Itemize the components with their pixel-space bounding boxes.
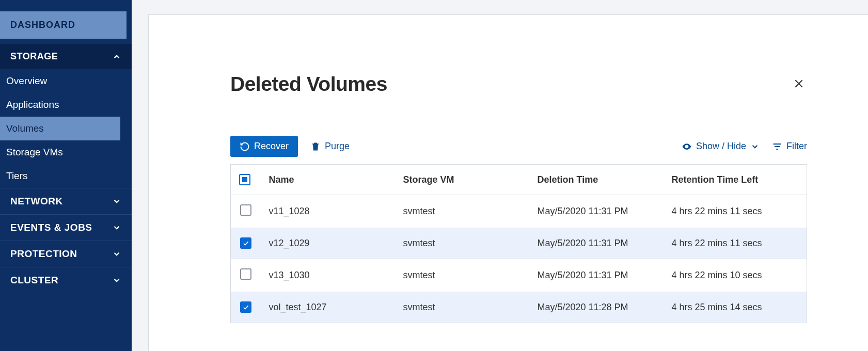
chevron-down-icon — [112, 276, 121, 285]
sidebar-item-protection[interactable]: PROTECTION — [0, 241, 132, 267]
chevron-down-icon — [750, 142, 760, 151]
recover-label: Recover — [254, 141, 289, 152]
sidebar-item-network[interactable]: NETWORK — [0, 188, 132, 214]
cell-deletion_time: May/5/2020 11:31 PM — [529, 228, 664, 259]
row-checkbox[interactable] — [240, 237, 251, 249]
main-content: Deleted Volumes Recover Purge Show / — [132, 0, 868, 351]
table-row[interactable]: v13_1030svmtestMay/5/2020 11:31 PM4 hrs … — [231, 259, 807, 292]
filter-label: Filter — [786, 141, 807, 152]
filter-icon — [772, 141, 782, 152]
show-hide-label: Show / Hide — [696, 141, 746, 152]
table-header-row: Name Storage VM Deletion Time Retention … — [231, 165, 807, 195]
trash-icon — [310, 141, 321, 152]
sidebar-item-tiers[interactable]: Tiers — [0, 164, 132, 188]
sidebar-label-events-jobs: EVENTS & JOBS — [10, 222, 92, 233]
sidebar-label-storage-vms: Storage VMs — [6, 147, 63, 158]
chevron-down-icon — [112, 249, 121, 259]
cell-name: v12_1029 — [261, 228, 395, 259]
sidebar-label-cluster: CLUSTER — [10, 275, 58, 286]
sidebar-label-storage: STORAGE — [10, 51, 58, 62]
table-row[interactable]: v11_1028svmtestMay/5/2020 11:31 PM4 hrs … — [231, 195, 807, 228]
show-hide-button[interactable]: Show / Hide — [682, 141, 760, 152]
cell-checkbox — [231, 228, 261, 259]
sidebar-item-events-jobs[interactable]: EVENTS & JOBS — [0, 214, 132, 241]
recover-icon — [240, 141, 250, 152]
cell-retention: 4 hrs 22 mins 11 secs — [664, 228, 807, 259]
cell-svm: svmtest — [395, 195, 529, 228]
chevron-down-icon — [112, 197, 121, 206]
table-row[interactable]: v12_1029svmtestMay/5/2020 11:31 PM4 hrs … — [231, 228, 807, 259]
row-checkbox[interactable] — [240, 204, 251, 216]
purge-label: Purge — [325, 141, 350, 152]
header-deletion-time[interactable]: Deletion Time — [529, 165, 664, 195]
page-title: Deleted Volumes — [230, 73, 387, 95]
cell-deletion_time: May/5/2020 11:31 PM — [529, 259, 664, 292]
sidebar-label-network: NETWORK — [10, 196, 63, 207]
row-checkbox[interactable] — [240, 268, 251, 280]
sidebar-item-cluster[interactable]: CLUSTER — [0, 267, 132, 293]
eye-icon — [682, 141, 692, 152]
cell-deletion_time: May/5/2020 11:31 PM — [529, 195, 664, 228]
cell-retention: 4 hrs 25 mins 14 secs — [664, 292, 807, 323]
row-checkbox[interactable] — [240, 301, 251, 313]
cell-checkbox — [231, 259, 261, 292]
close-icon — [794, 78, 804, 89]
cell-name: v11_1028 — [261, 195, 395, 228]
sidebar-label-overview: Overview — [6, 75, 47, 87]
sidebar-item-volumes[interactable]: Volumes — [0, 117, 120, 140]
cell-svm: svmtest — [395, 259, 529, 292]
chevron-up-icon — [112, 52, 121, 61]
sidebar-label-volumes: Volumes — [6, 123, 44, 134]
cell-checkbox — [231, 292, 261, 323]
deleted-volumes-table: Name Storage VM Deletion Time Retention … — [230, 164, 807, 323]
cell-retention: 4 hrs 22 mins 10 secs — [664, 259, 807, 292]
header-storage-vm[interactable]: Storage VM — [395, 165, 529, 195]
sidebar-label-applications: Applications — [6, 99, 59, 110]
toolbar: Recover Purge Show / Hide Filter — [230, 136, 807, 157]
header-name[interactable]: Name — [261, 165, 395, 195]
header-retention[interactable]: Retention Time Left — [664, 165, 807, 195]
cell-name: vol_test_1027 — [261, 292, 395, 323]
sidebar-label-tiers: Tiers — [6, 170, 28, 182]
cell-retention: 4 hrs 22 mins 11 secs — [664, 195, 807, 228]
deleted-volumes-panel: Deleted Volumes Recover Purge Show / — [148, 14, 868, 351]
sidebar-item-storage[interactable]: STORAGE — [0, 44, 132, 69]
sidebar-item-overview[interactable]: Overview — [0, 69, 132, 93]
toolbar-right: Show / Hide Filter — [682, 141, 807, 152]
sidebar-label-protection: PROTECTION — [10, 248, 77, 260]
cell-checkbox — [231, 195, 261, 228]
table-row[interactable]: vol_test_1027svmtestMay/5/2020 11:28 PM4… — [231, 292, 807, 323]
purge-button[interactable]: Purge — [310, 141, 350, 152]
cell-svm: svmtest — [395, 228, 529, 259]
sidebar: DASHBOARD STORAGE Overview Applications … — [0, 0, 132, 351]
filter-button[interactable]: Filter — [772, 141, 807, 152]
header-select-all — [231, 165, 261, 195]
sidebar-label-dashboard: DASHBOARD — [10, 20, 75, 30]
panel-header: Deleted Volumes — [230, 73, 807, 95]
sidebar-item-applications[interactable]: Applications — [0, 93, 132, 117]
select-all-checkbox[interactable] — [239, 174, 250, 185]
chevron-down-icon — [112, 223, 121, 232]
close-button[interactable] — [791, 74, 807, 94]
sidebar-item-dashboard[interactable]: DASHBOARD — [0, 11, 127, 39]
recover-button[interactable]: Recover — [230, 136, 298, 157]
cell-deletion_time: May/5/2020 11:28 PM — [529, 292, 664, 323]
sidebar-item-storage-vms[interactable]: Storage VMs — [0, 140, 132, 164]
cell-svm: svmtest — [395, 292, 529, 323]
cell-name: v13_1030 — [261, 259, 395, 292]
toolbar-left: Recover Purge — [230, 136, 350, 157]
